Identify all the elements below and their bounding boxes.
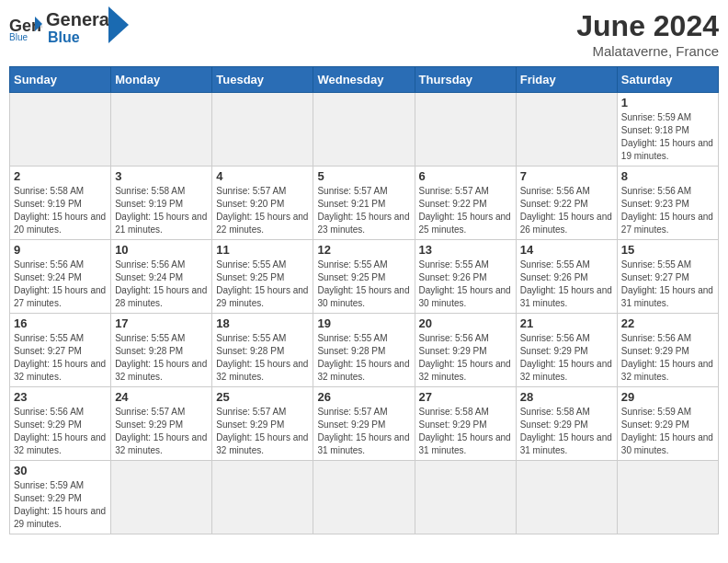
day-number: 2 <box>14 169 107 183</box>
day-number: 23 <box>14 390 107 404</box>
day-number: 18 <box>216 316 309 330</box>
day-info: Sunrise: 5:55 AMSunset: 9:25 PMDaylight:… <box>317 259 410 310</box>
logo: General Blue General Blue <box>9 9 129 46</box>
day-info: Sunrise: 5:55 AMSunset: 9:26 PMDaylight:… <box>419 259 512 310</box>
calendar-cell: 1Sunrise: 5:59 AMSunset: 9:18 PMDaylight… <box>617 93 718 167</box>
day-number: 26 <box>317 390 410 404</box>
calendar-cell <box>617 461 718 534</box>
calendar-cell <box>313 461 415 534</box>
weekday-header-wednesday: Wednesday <box>313 67 415 93</box>
week-row-2: 2Sunrise: 5:58 AMSunset: 9:19 PMDaylight… <box>10 167 719 240</box>
day-number: 20 <box>419 316 512 330</box>
day-number: 29 <box>621 390 714 404</box>
day-info: Sunrise: 5:55 AMSunset: 9:28 PMDaylight:… <box>115 332 208 384</box>
weekday-header-friday: Friday <box>516 67 617 93</box>
calendar-cell <box>212 461 313 534</box>
day-info: Sunrise: 5:55 AMSunset: 9:28 PMDaylight:… <box>317 332 410 384</box>
day-info: Sunrise: 5:56 AMSunset: 9:29 PMDaylight:… <box>520 332 613 384</box>
week-row-4: 16Sunrise: 5:55 AMSunset: 9:27 PMDayligh… <box>10 314 719 387</box>
day-number: 19 <box>317 316 410 330</box>
day-info: Sunrise: 5:57 AMSunset: 9:20 PMDaylight:… <box>216 185 309 236</box>
calendar-cell <box>313 93 415 167</box>
day-number: 1 <box>621 96 714 109</box>
day-number: 7 <box>520 169 613 183</box>
day-info: Sunrise: 5:55 AMSunset: 9:28 PMDaylight:… <box>216 332 309 384</box>
calendar-cell: 21Sunrise: 5:56 AMSunset: 9:29 PMDayligh… <box>516 314 617 387</box>
day-number: 17 <box>115 316 208 330</box>
day-info: Sunrise: 5:56 AMSunset: 9:29 PMDaylight:… <box>419 332 512 384</box>
week-row-6: 30Sunrise: 5:59 AMSunset: 9:29 PMDayligh… <box>10 461 719 534</box>
day-number: 16 <box>14 316 107 330</box>
day-number: 5 <box>317 169 410 183</box>
calendar-cell: 10Sunrise: 5:56 AMSunset: 9:24 PMDayligh… <box>111 240 212 314</box>
calendar-cell: 11Sunrise: 5:55 AMSunset: 9:25 PMDayligh… <box>212 240 313 314</box>
day-number: 15 <box>621 243 714 257</box>
day-info: Sunrise: 5:59 AMSunset: 9:29 PMDaylight:… <box>621 406 714 457</box>
day-number: 4 <box>216 169 309 183</box>
calendar-cell <box>516 93 617 167</box>
logo-blue-text: Blue <box>48 29 114 46</box>
calendar-cell: 6Sunrise: 5:57 AMSunset: 9:22 PMDaylight… <box>415 167 516 240</box>
calendar-cell <box>10 93 111 167</box>
calendar-cell: 20Sunrise: 5:56 AMSunset: 9:29 PMDayligh… <box>415 314 516 387</box>
calendar-cell: 7Sunrise: 5:56 AMSunset: 9:22 PMDaylight… <box>516 167 617 240</box>
calendar-cell: 19Sunrise: 5:55 AMSunset: 9:28 PMDayligh… <box>313 314 415 387</box>
calendar-cell <box>415 93 516 167</box>
weekday-header-thursday: Thursday <box>415 67 516 93</box>
day-number: 6 <box>419 169 512 183</box>
weekday-header-row: SundayMondayTuesdayWednesdayThursdayFrid… <box>10 67 719 93</box>
calendar-cell <box>516 461 617 534</box>
calendar-cell: 18Sunrise: 5:55 AMSunset: 9:28 PMDayligh… <box>212 314 313 387</box>
day-number: 12 <box>317 243 410 257</box>
day-info: Sunrise: 5:58 AMSunset: 9:19 PMDaylight:… <box>115 185 208 236</box>
day-info: Sunrise: 5:55 AMSunset: 9:27 PMDaylight:… <box>14 332 107 384</box>
calendar-cell: 23Sunrise: 5:56 AMSunset: 9:29 PMDayligh… <box>10 387 111 461</box>
week-row-1: 1Sunrise: 5:59 AMSunset: 9:18 PMDaylight… <box>10 93 719 167</box>
day-number: 9 <box>14 243 107 257</box>
weekday-header-monday: Monday <box>111 67 212 93</box>
calendar-cell: 28Sunrise: 5:58 AMSunset: 9:29 PMDayligh… <box>516 387 617 461</box>
day-number: 22 <box>621 316 714 330</box>
day-info: Sunrise: 5:55 AMSunset: 9:25 PMDaylight:… <box>216 259 309 310</box>
calendar-cell <box>415 461 516 534</box>
day-number: 30 <box>14 464 107 477</box>
day-info: Sunrise: 5:58 AMSunset: 9:29 PMDaylight:… <box>419 406 512 457</box>
calendar-cell: 24Sunrise: 5:57 AMSunset: 9:29 PMDayligh… <box>111 387 212 461</box>
day-info: Sunrise: 5:59 AMSunset: 9:18 PMDaylight:… <box>621 111 714 163</box>
calendar-cell: 5Sunrise: 5:57 AMSunset: 9:21 PMDaylight… <box>313 167 415 240</box>
day-info: Sunrise: 5:56 AMSunset: 9:24 PMDaylight:… <box>115 259 208 310</box>
calendar-cell: 16Sunrise: 5:55 AMSunset: 9:27 PMDayligh… <box>10 314 111 387</box>
calendar-cell: 13Sunrise: 5:55 AMSunset: 9:26 PMDayligh… <box>415 240 516 314</box>
day-info: Sunrise: 5:55 AMSunset: 9:26 PMDaylight:… <box>520 259 613 310</box>
day-info: Sunrise: 5:56 AMSunset: 9:24 PMDaylight:… <box>14 259 107 310</box>
logo-triangle-icon <box>108 6 129 43</box>
calendar-cell: 4Sunrise: 5:57 AMSunset: 9:20 PMDaylight… <box>212 167 313 240</box>
day-number: 24 <box>115 390 208 404</box>
month-title: June 2024 <box>576 9 719 43</box>
svg-marker-3 <box>108 6 129 43</box>
day-number: 27 <box>419 390 512 404</box>
day-info: Sunrise: 5:58 AMSunset: 9:29 PMDaylight:… <box>520 406 613 457</box>
day-info: Sunrise: 5:56 AMSunset: 9:29 PMDaylight:… <box>621 332 714 384</box>
day-info: Sunrise: 5:57 AMSunset: 9:21 PMDaylight:… <box>317 185 410 236</box>
calendar-cell: 3Sunrise: 5:58 AMSunset: 9:19 PMDaylight… <box>111 167 212 240</box>
weekday-header-saturday: Saturday <box>617 67 718 93</box>
calendar-cell <box>111 93 212 167</box>
calendar-cell <box>212 93 313 167</box>
calendar-cell: 25Sunrise: 5:57 AMSunset: 9:29 PMDayligh… <box>212 387 313 461</box>
calendar-cell <box>111 461 212 534</box>
day-info: Sunrise: 5:56 AMSunset: 9:29 PMDaylight:… <box>14 406 107 457</box>
week-row-5: 23Sunrise: 5:56 AMSunset: 9:29 PMDayligh… <box>10 387 719 461</box>
day-number: 25 <box>216 390 309 404</box>
day-info: Sunrise: 5:57 AMSunset: 9:29 PMDaylight:… <box>115 406 208 457</box>
calendar-cell: 22Sunrise: 5:56 AMSunset: 9:29 PMDayligh… <box>617 314 718 387</box>
title-area: June 2024 Malataverne, France <box>576 9 719 59</box>
calendar-cell: 27Sunrise: 5:58 AMSunset: 9:29 PMDayligh… <box>415 387 516 461</box>
calendar-cell: 8Sunrise: 5:56 AMSunset: 9:23 PMDaylight… <box>617 167 718 240</box>
day-number: 3 <box>115 169 208 183</box>
week-row-3: 9Sunrise: 5:56 AMSunset: 9:24 PMDaylight… <box>10 240 719 314</box>
day-number: 21 <box>520 316 613 330</box>
calendar-cell: 26Sunrise: 5:57 AMSunset: 9:29 PMDayligh… <box>313 387 415 461</box>
calendar-cell: 14Sunrise: 5:55 AMSunset: 9:26 PMDayligh… <box>516 240 617 314</box>
calendar-cell: 15Sunrise: 5:55 AMSunset: 9:27 PMDayligh… <box>617 240 718 314</box>
